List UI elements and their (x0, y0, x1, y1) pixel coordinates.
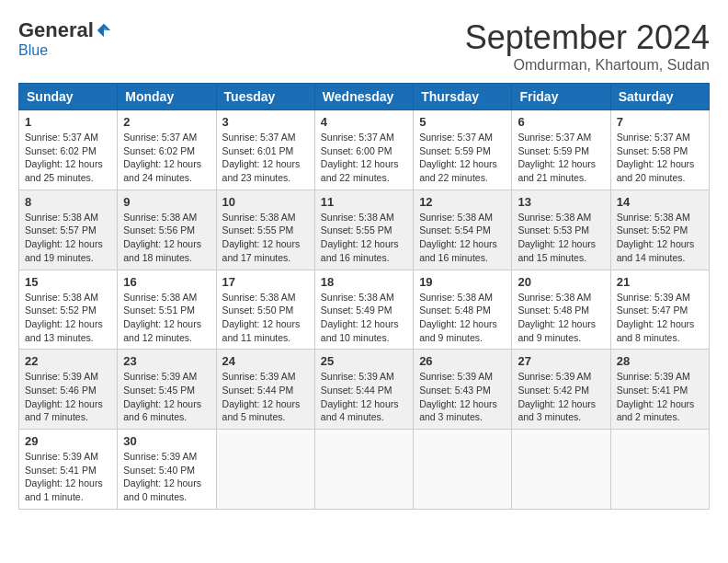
day-number: 21 (617, 275, 703, 289)
day-number: 27 (518, 354, 604, 368)
day-info: Sunrise: 5:39 AMSunset: 5:41 PMDaylight:… (25, 450, 111, 504)
calendar-table: SundayMondayTuesdayWednesdayThursdayFrid… (18, 83, 710, 510)
day-info: Sunrise: 5:37 AMSunset: 6:02 PMDaylight:… (25, 131, 111, 185)
logo-icon (96, 22, 112, 39)
day-info: Sunrise: 5:38 AMSunset: 5:57 PMDaylight:… (25, 211, 111, 265)
day-number: 22 (25, 354, 111, 368)
calendar-cell: 23Sunrise: 5:39 AMSunset: 5:45 PMDayligh… (118, 350, 216, 430)
calendar-cell: 24Sunrise: 5:39 AMSunset: 5:44 PMDayligh… (216, 350, 314, 430)
location-subtitle: Omdurman, Khartoum, Sudan (465, 57, 710, 74)
calendar-cell: 13Sunrise: 5:38 AMSunset: 5:53 PMDayligh… (512, 190, 610, 270)
day-info: Sunrise: 5:39 AMSunset: 5:47 PMDaylight:… (617, 291, 703, 345)
calendar-cell: 30Sunrise: 5:39 AMSunset: 5:40 PMDayligh… (118, 430, 216, 510)
calendar-cell: 1Sunrise: 5:37 AMSunset: 6:02 PMDaylight… (19, 110, 118, 190)
weekday-header-wednesday: Wednesday (314, 84, 413, 110)
day-number: 10 (222, 195, 309, 209)
calendar-week-3: 15Sunrise: 5:38 AMSunset: 5:52 PMDayligh… (19, 270, 710, 350)
weekday-header-sunday: Sunday (19, 84, 118, 110)
calendar-cell: 26Sunrise: 5:39 AMSunset: 5:43 PMDayligh… (414, 350, 512, 430)
day-number: 1 (25, 115, 111, 129)
day-number: 16 (123, 275, 210, 289)
calendar-week-4: 22Sunrise: 5:39 AMSunset: 5:46 PMDayligh… (19, 350, 710, 430)
calendar-cell: 25Sunrise: 5:39 AMSunset: 5:44 PMDayligh… (314, 350, 413, 430)
day-number: 5 (419, 115, 506, 129)
day-info: Sunrise: 5:39 AMSunset: 5:44 PMDaylight:… (321, 370, 407, 424)
calendar-week-5: 29Sunrise: 5:39 AMSunset: 5:41 PMDayligh… (19, 430, 710, 510)
day-info: Sunrise: 5:38 AMSunset: 5:55 PMDaylight:… (321, 211, 407, 265)
weekday-header-tuesday: Tuesday (216, 84, 314, 110)
calendar-cell (512, 430, 610, 510)
calendar-cell (414, 430, 512, 510)
day-info: Sunrise: 5:38 AMSunset: 5:51 PMDaylight:… (123, 291, 210, 345)
calendar-cell: 4Sunrise: 5:37 AMSunset: 6:00 PMDaylight… (314, 110, 413, 190)
day-number: 25 (321, 354, 407, 368)
day-number: 14 (617, 195, 703, 209)
calendar-cell: 8Sunrise: 5:38 AMSunset: 5:57 PMDaylight… (19, 190, 118, 270)
day-number: 29 (25, 434, 111, 448)
day-info: Sunrise: 5:38 AMSunset: 5:53 PMDaylight:… (518, 211, 604, 265)
day-info: Sunrise: 5:39 AMSunset: 5:45 PMDaylight:… (123, 370, 210, 424)
day-info: Sunrise: 5:39 AMSunset: 5:44 PMDaylight:… (222, 370, 309, 424)
calendar-cell: 12Sunrise: 5:38 AMSunset: 5:54 PMDayligh… (414, 190, 512, 270)
day-number: 7 (617, 115, 703, 129)
calendar-cell: 11Sunrise: 5:38 AMSunset: 5:55 PMDayligh… (314, 190, 413, 270)
logo: General Blue (18, 18, 112, 59)
weekday-header-friday: Friday (512, 84, 610, 110)
calendar-cell: 17Sunrise: 5:38 AMSunset: 5:50 PMDayligh… (216, 270, 314, 350)
day-number: 24 (222, 354, 309, 368)
day-info: Sunrise: 5:38 AMSunset: 5:54 PMDaylight:… (419, 211, 506, 265)
calendar-cell: 22Sunrise: 5:39 AMSunset: 5:46 PMDayligh… (19, 350, 118, 430)
day-info: Sunrise: 5:39 AMSunset: 5:46 PMDaylight:… (25, 370, 111, 424)
day-info: Sunrise: 5:39 AMSunset: 5:40 PMDaylight:… (123, 450, 210, 504)
title-block: September 2024 Omdurman, Khartoum, Sudan (465, 18, 710, 74)
weekday-header-saturday: Saturday (610, 84, 709, 110)
calendar-cell: 20Sunrise: 5:38 AMSunset: 5:48 PMDayligh… (512, 270, 610, 350)
calendar-cell: 16Sunrise: 5:38 AMSunset: 5:51 PMDayligh… (118, 270, 216, 350)
day-info: Sunrise: 5:38 AMSunset: 5:48 PMDaylight:… (419, 291, 506, 345)
day-number: 19 (419, 275, 506, 289)
day-number: 23 (123, 354, 210, 368)
calendar-cell (216, 430, 314, 510)
calendar-cell: 18Sunrise: 5:38 AMSunset: 5:49 PMDayligh… (314, 270, 413, 350)
calendar-cell: 14Sunrise: 5:38 AMSunset: 5:52 PMDayligh… (610, 190, 709, 270)
calendar-cell: 27Sunrise: 5:39 AMSunset: 5:42 PMDayligh… (512, 350, 610, 430)
calendar-header-row: SundayMondayTuesdayWednesdayThursdayFrid… (19, 84, 710, 110)
day-number: 11 (321, 195, 407, 209)
day-number: 3 (222, 115, 309, 129)
calendar-cell (314, 430, 413, 510)
logo-blue: Blue (18, 42, 48, 58)
day-info: Sunrise: 5:39 AMSunset: 5:42 PMDaylight:… (518, 370, 604, 424)
calendar-cell: 28Sunrise: 5:39 AMSunset: 5:41 PMDayligh… (610, 350, 709, 430)
month-title: September 2024 (465, 18, 710, 57)
calendar-cell: 10Sunrise: 5:38 AMSunset: 5:55 PMDayligh… (216, 190, 314, 270)
day-info: Sunrise: 5:38 AMSunset: 5:50 PMDaylight:… (222, 291, 309, 345)
day-info: Sunrise: 5:37 AMSunset: 5:59 PMDaylight:… (419, 131, 506, 185)
calendar-cell (610, 430, 709, 510)
day-number: 26 (419, 354, 506, 368)
calendar-cell: 2Sunrise: 5:37 AMSunset: 6:02 PMDaylight… (118, 110, 216, 190)
day-info: Sunrise: 5:37 AMSunset: 5:59 PMDaylight:… (518, 131, 604, 185)
calendar-cell: 6Sunrise: 5:37 AMSunset: 5:59 PMDaylight… (512, 110, 610, 190)
logo-general: General (18, 18, 94, 42)
day-info: Sunrise: 5:38 AMSunset: 5:52 PMDaylight:… (617, 211, 703, 265)
day-number: 17 (222, 275, 309, 289)
calendar-cell: 3Sunrise: 5:37 AMSunset: 6:01 PMDaylight… (216, 110, 314, 190)
day-info: Sunrise: 5:38 AMSunset: 5:48 PMDaylight:… (518, 291, 604, 345)
day-number: 2 (123, 115, 210, 129)
day-info: Sunrise: 5:37 AMSunset: 5:58 PMDaylight:… (617, 131, 703, 185)
calendar-week-1: 1Sunrise: 5:37 AMSunset: 6:02 PMDaylight… (19, 110, 710, 190)
day-info: Sunrise: 5:38 AMSunset: 5:52 PMDaylight:… (25, 291, 111, 345)
day-info: Sunrise: 5:37 AMSunset: 6:01 PMDaylight:… (222, 131, 309, 185)
calendar-cell: 5Sunrise: 5:37 AMSunset: 5:59 PMDaylight… (414, 110, 512, 190)
page-header: General Blue September 2024 Omdurman, Kh… (18, 18, 710, 74)
day-number: 9 (123, 195, 210, 209)
calendar-cell: 29Sunrise: 5:39 AMSunset: 5:41 PMDayligh… (19, 430, 118, 510)
day-info: Sunrise: 5:38 AMSunset: 5:49 PMDaylight:… (321, 291, 407, 345)
day-number: 18 (321, 275, 407, 289)
weekday-header-monday: Monday (118, 84, 216, 110)
day-number: 6 (518, 115, 604, 129)
day-number: 12 (419, 195, 506, 209)
day-info: Sunrise: 5:39 AMSunset: 5:43 PMDaylight:… (419, 370, 506, 424)
calendar-week-2: 8Sunrise: 5:38 AMSunset: 5:57 PMDaylight… (19, 190, 710, 270)
day-number: 13 (518, 195, 604, 209)
